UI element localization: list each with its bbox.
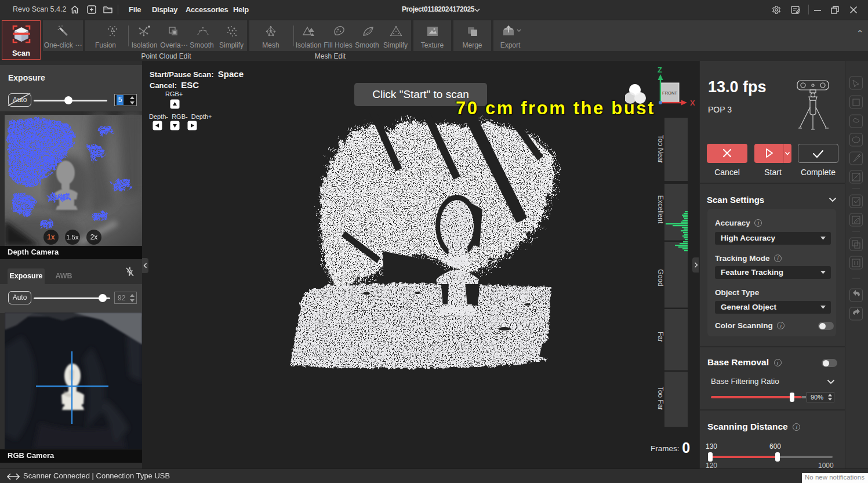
svg-text:Z: Z xyxy=(658,66,662,74)
svg-text:Far: Far xyxy=(656,332,664,342)
svg-text:Excellent: Excellent xyxy=(656,195,664,224)
svg-text:FRONT: FRONT xyxy=(662,90,677,96)
svg-text:Too Near: Too Near xyxy=(656,135,664,164)
svg-text:Too Far: Too Far xyxy=(656,387,664,411)
svg-text:Good: Good xyxy=(656,269,664,286)
svg-text:X: X xyxy=(690,99,695,107)
